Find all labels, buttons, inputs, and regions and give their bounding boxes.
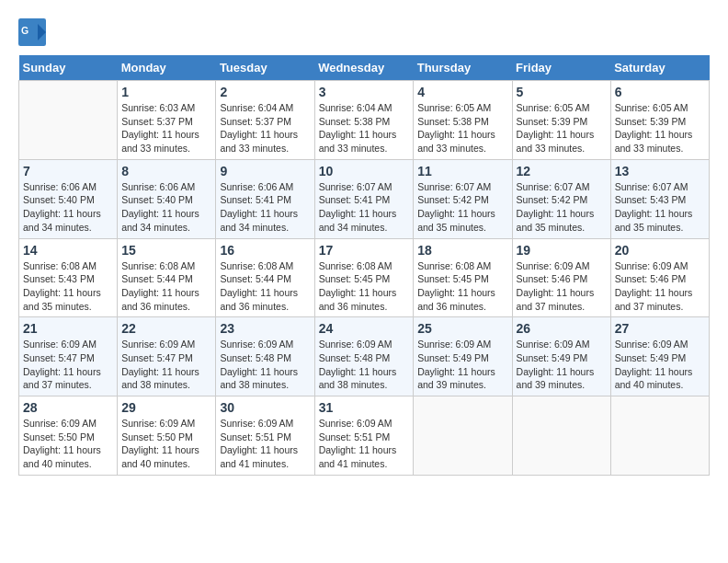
day-info: Sunrise: 6:09 AMSunset: 5:51 PMDaylight:… — [319, 417, 410, 471]
day-number: 24 — [319, 321, 410, 336]
day-number: 7 — [23, 164, 113, 178]
day-info: Sunrise: 6:04 AMSunset: 5:38 PMDaylight:… — [319, 101, 410, 155]
day-info: Sunrise: 6:07 AMSunset: 5:41 PMDaylight:… — [319, 180, 410, 235]
column-header-thursday: Thursday — [414, 55, 512, 81]
day-info: Sunrise: 6:04 AMSunset: 5:37 PMDaylight:… — [220, 101, 310, 155]
calendar-cell: 24Sunrise: 6:09 AMSunset: 5:48 PMDayligh… — [314, 317, 414, 396]
day-info: Sunrise: 6:09 AMSunset: 5:49 PMDaylight:… — [517, 338, 607, 392]
day-number: 3 — [319, 85, 410, 99]
day-info: Sunrise: 6:09 AMSunset: 5:49 PMDaylight:… — [615, 338, 705, 392]
day-number: 1 — [121, 85, 211, 99]
day-number: 13 — [615, 164, 705, 178]
day-info: Sunrise: 6:09 AMSunset: 5:48 PMDaylight:… — [319, 338, 410, 392]
day-number: 26 — [517, 321, 607, 336]
calendar-cell: 3Sunrise: 6:04 AMSunset: 5:38 PMDaylight… — [314, 81, 414, 160]
day-number: 27 — [615, 321, 705, 336]
column-header-tuesday: Tuesday — [216, 55, 314, 81]
day-number: 16 — [220, 243, 310, 258]
day-number: 9 — [220, 164, 310, 178]
calendar-cell: 15Sunrise: 6:08 AMSunset: 5:44 PMDayligh… — [118, 238, 216, 317]
calendar-cell: 8Sunrise: 6:06 AMSunset: 5:40 PMDaylight… — [118, 159, 216, 238]
calendar-cell: 27Sunrise: 6:09 AMSunset: 5:49 PMDayligh… — [610, 317, 709, 396]
day-info: Sunrise: 6:03 AMSunset: 5:37 PMDaylight:… — [121, 101, 211, 155]
day-info: Sunrise: 6:08 AMSunset: 5:44 PMDaylight:… — [220, 259, 310, 314]
day-number: 19 — [517, 243, 607, 258]
week-row-3: 14Sunrise: 6:08 AMSunset: 5:43 PMDayligh… — [19, 238, 710, 317]
calendar-cell: 11Sunrise: 6:07 AMSunset: 5:42 PMDayligh… — [414, 159, 512, 238]
calendar-cell: 21Sunrise: 6:09 AMSunset: 5:47 PMDayligh… — [19, 317, 118, 396]
day-info: Sunrise: 6:06 AMSunset: 5:41 PMDaylight:… — [220, 180, 310, 235]
day-number: 22 — [121, 321, 211, 336]
day-number: 25 — [417, 321, 507, 336]
calendar-cell — [19, 81, 118, 160]
day-info: Sunrise: 6:09 AMSunset: 5:49 PMDaylight:… — [417, 338, 507, 392]
week-row-4: 21Sunrise: 6:09 AMSunset: 5:47 PMDayligh… — [19, 317, 710, 396]
day-info: Sunrise: 6:09 AMSunset: 5:50 PMDaylight:… — [23, 417, 113, 471]
calendar-cell — [512, 396, 610, 476]
column-header-friday: Friday — [512, 55, 610, 81]
day-number: 14 — [23, 243, 113, 258]
day-number: 2 — [220, 85, 310, 99]
column-header-saturday: Saturday — [610, 55, 709, 81]
calendar-cell: 2Sunrise: 6:04 AMSunset: 5:37 PMDaylight… — [216, 81, 314, 160]
calendar-cell: 5Sunrise: 6:05 AMSunset: 5:39 PMDaylight… — [512, 81, 610, 160]
calendar-cell: 9Sunrise: 6:06 AMSunset: 5:41 PMDaylight… — [216, 159, 314, 238]
column-header-sunday: Sunday — [19, 55, 118, 81]
day-info: Sunrise: 6:08 AMSunset: 5:43 PMDaylight:… — [23, 259, 113, 314]
day-info: Sunrise: 6:09 AMSunset: 5:51 PMDaylight:… — [220, 417, 310, 471]
day-info: Sunrise: 6:06 AMSunset: 5:40 PMDaylight:… — [121, 180, 211, 235]
day-info: Sunrise: 6:08 AMSunset: 5:44 PMDaylight:… — [121, 259, 211, 314]
calendar-cell: 19Sunrise: 6:09 AMSunset: 5:46 PMDayligh… — [512, 238, 610, 317]
logo: G — [18, 18, 48, 46]
day-number: 8 — [121, 164, 211, 178]
calendar-cell: 28Sunrise: 6:09 AMSunset: 5:50 PMDayligh… — [19, 396, 118, 476]
day-number: 29 — [121, 400, 211, 415]
calendar-cell: 6Sunrise: 6:05 AMSunset: 5:39 PMDaylight… — [610, 81, 709, 160]
day-number: 6 — [615, 85, 705, 99]
day-info: Sunrise: 6:08 AMSunset: 5:45 PMDaylight:… — [417, 259, 507, 314]
header-row: SundayMondayTuesdayWednesdayThursdayFrid… — [19, 55, 710, 81]
day-number: 30 — [220, 400, 310, 415]
calendar-cell — [610, 396, 709, 476]
calendar-cell: 1Sunrise: 6:03 AMSunset: 5:37 PMDaylight… — [118, 81, 216, 160]
day-info: Sunrise: 6:09 AMSunset: 5:48 PMDaylight:… — [220, 338, 310, 392]
day-number: 20 — [615, 243, 705, 258]
day-number: 11 — [417, 164, 507, 178]
day-number: 23 — [220, 321, 310, 336]
day-number: 10 — [319, 164, 410, 178]
day-info: Sunrise: 6:05 AMSunset: 5:39 PMDaylight:… — [517, 101, 607, 155]
calendar-cell: 13Sunrise: 6:07 AMSunset: 5:43 PMDayligh… — [610, 159, 709, 238]
day-number: 17 — [319, 243, 410, 258]
column-header-wednesday: Wednesday — [314, 55, 414, 81]
calendar-cell: 14Sunrise: 6:08 AMSunset: 5:43 PMDayligh… — [19, 238, 118, 317]
day-number: 4 — [417, 85, 507, 99]
page-header: G — [18, 18, 710, 46]
calendar-cell: 30Sunrise: 6:09 AMSunset: 5:51 PMDayligh… — [216, 396, 314, 476]
day-number: 28 — [23, 400, 113, 415]
day-info: Sunrise: 6:07 AMSunset: 5:42 PMDaylight:… — [417, 180, 507, 235]
day-info: Sunrise: 6:07 AMSunset: 5:43 PMDaylight:… — [615, 180, 705, 235]
day-number: 5 — [517, 85, 607, 99]
column-header-monday: Monday — [118, 55, 216, 81]
calendar-cell: 4Sunrise: 6:05 AMSunset: 5:38 PMDaylight… — [414, 81, 512, 160]
calendar-cell: 16Sunrise: 6:08 AMSunset: 5:44 PMDayligh… — [216, 238, 314, 317]
svg-text:G: G — [21, 25, 28, 36]
logo-icon: G — [18, 18, 46, 46]
day-info: Sunrise: 6:09 AMSunset: 5:46 PMDaylight:… — [615, 259, 705, 314]
day-info: Sunrise: 6:07 AMSunset: 5:42 PMDaylight:… — [517, 180, 607, 235]
day-info: Sunrise: 6:09 AMSunset: 5:47 PMDaylight:… — [23, 338, 113, 392]
calendar-cell: 20Sunrise: 6:09 AMSunset: 5:46 PMDayligh… — [610, 238, 709, 317]
day-number: 12 — [517, 164, 607, 178]
calendar-cell: 7Sunrise: 6:06 AMSunset: 5:40 PMDaylight… — [19, 159, 118, 238]
day-number: 15 — [121, 243, 211, 258]
calendar-cell: 31Sunrise: 6:09 AMSunset: 5:51 PMDayligh… — [314, 396, 414, 476]
day-number: 21 — [23, 321, 113, 336]
calendar-cell: 22Sunrise: 6:09 AMSunset: 5:47 PMDayligh… — [118, 317, 216, 396]
week-row-5: 28Sunrise: 6:09 AMSunset: 5:50 PMDayligh… — [19, 396, 710, 476]
calendar-cell: 17Sunrise: 6:08 AMSunset: 5:45 PMDayligh… — [314, 238, 414, 317]
day-info: Sunrise: 6:09 AMSunset: 5:46 PMDaylight:… — [517, 259, 607, 314]
day-number: 31 — [319, 400, 410, 415]
day-info: Sunrise: 6:05 AMSunset: 5:38 PMDaylight:… — [417, 101, 507, 155]
day-info: Sunrise: 6:09 AMSunset: 5:50 PMDaylight:… — [121, 417, 211, 471]
calendar-cell — [414, 396, 512, 476]
